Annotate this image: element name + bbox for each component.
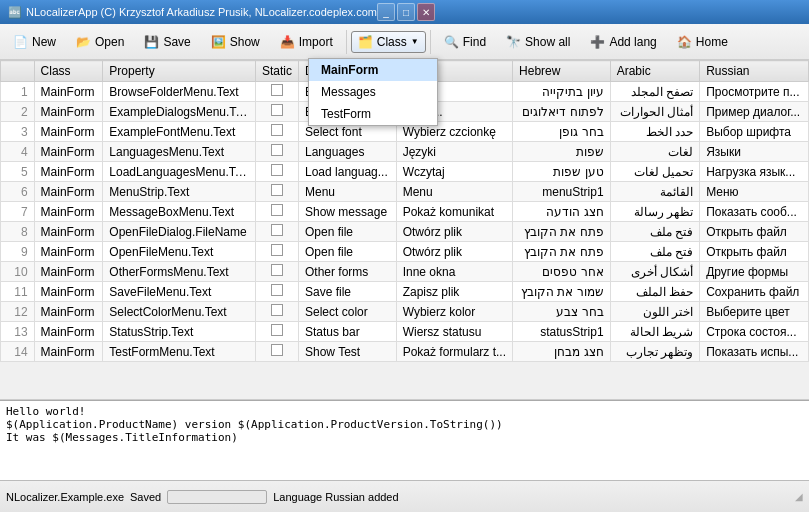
status-saved: Saved: [130, 491, 161, 503]
table-row[interactable]: 11MainFormSaveFileMenu.TextSave fileZapi…: [1, 282, 809, 302]
table-cell: MessageBoxMenu.Text: [103, 202, 256, 222]
table-cell: TestFormMenu.Text: [103, 342, 256, 362]
table-cell: Zapisz plik: [396, 282, 512, 302]
static-checkbox[interactable]: [271, 344, 283, 356]
class-menu-item-messages[interactable]: Messages: [309, 81, 437, 103]
col-header-property[interactable]: Property: [103, 61, 256, 82]
table-cell: Select color: [299, 302, 397, 322]
table-row[interactable]: 4MainFormLanguagesMenu.TextLanguagesJęzy…: [1, 142, 809, 162]
toolbar-separator-2: [430, 30, 431, 54]
close-button[interactable]: ✕: [417, 3, 435, 21]
table-row[interactable]: 12MainFormSelectColorMenu.TextSelect col…: [1, 302, 809, 322]
table-cell: اختر اللون: [610, 302, 700, 322]
table-cell: SaveFileMenu.Text: [103, 282, 256, 302]
resize-grip[interactable]: ◢: [795, 491, 803, 502]
table-cell: 10: [1, 262, 35, 282]
table-row[interactable]: 10MainFormOtherFormsMenu.TextOther forms…: [1, 262, 809, 282]
static-checkbox[interactable]: [271, 244, 283, 256]
table-cell: חצג הודעה: [513, 202, 611, 222]
table-cell: Просмотрите п...: [700, 82, 809, 102]
console-line-2: $(Application.ProductName) version $(App…: [6, 418, 803, 431]
table-row[interactable]: 8MainFormOpenFileDialog.FileNameOpen fil…: [1, 222, 809, 242]
console-line-1: Hello world!: [6, 405, 803, 418]
table-cell: شريط الحالة: [610, 322, 700, 342]
table-cell: LanguagesMenu.Text: [103, 142, 256, 162]
static-checkbox[interactable]: [271, 124, 283, 136]
table-cell: 3: [1, 122, 35, 142]
home-label: Home: [696, 35, 728, 49]
class-menu-item-testform[interactable]: TestForm: [309, 103, 437, 125]
save-button[interactable]: 💾 Save: [135, 31, 199, 53]
table-cell: أشكال أخرى: [610, 262, 700, 282]
static-checkbox[interactable]: [271, 224, 283, 236]
import-button[interactable]: 📥 Import: [271, 31, 342, 53]
table-row[interactable]: 6MainFormMenuStrip.TextMenuMenumenuStrip…: [1, 182, 809, 202]
home-button[interactable]: 🏠 Home: [668, 31, 737, 53]
col-header-static[interactable]: Static: [256, 61, 299, 82]
title-bar: 🔤 NLocalizerApp (C) Krzysztof Arkadiusz …: [0, 0, 809, 24]
title-text: NLocalizerApp (C) Krzysztof Arkadiusz Pr…: [26, 6, 377, 18]
table-cell: MainForm: [34, 142, 103, 162]
new-label: New: [32, 35, 56, 49]
table-cell: MainForm: [34, 82, 103, 102]
table-cell: Строка состоя...: [700, 322, 809, 342]
table-cell: 8: [1, 222, 35, 242]
table-row[interactable]: 9MainFormOpenFileMenu.TextOpen fileOtwór…: [1, 242, 809, 262]
table-cell: Нагрузка язык...: [700, 162, 809, 182]
new-button[interactable]: 📄 New: [4, 31, 65, 53]
table-cell: [256, 82, 299, 102]
static-checkbox[interactable]: [271, 144, 283, 156]
col-header-class[interactable]: [1, 61, 35, 82]
table-cell: Сохранить файл: [700, 282, 809, 302]
class-menu-item-mainform[interactable]: MainForm: [309, 59, 437, 81]
static-checkbox[interactable]: [271, 264, 283, 276]
table-cell: OpenFileDialog.FileName: [103, 222, 256, 242]
table-cell: Языки: [700, 142, 809, 162]
home-icon: 🏠: [677, 35, 692, 49]
class-dropdown-button[interactable]: 🗂️ Class ▼: [351, 31, 426, 53]
show-icon: 🖼️: [211, 35, 226, 49]
static-checkbox[interactable]: [271, 304, 283, 316]
static-checkbox[interactable]: [271, 204, 283, 216]
class-icon: 🗂️: [358, 35, 373, 49]
table-cell: Inne okna: [396, 262, 512, 282]
table-cell: Save file: [299, 282, 397, 302]
table-cell: [256, 162, 299, 182]
open-button[interactable]: 📂 Open: [67, 31, 133, 53]
status-message: Language Russian added: [273, 491, 398, 503]
col-header-russian[interactable]: Russian: [700, 61, 809, 82]
table-cell: MainForm: [34, 242, 103, 262]
col-header-arabic[interactable]: Arabic: [610, 61, 700, 82]
col-header-hebrew[interactable]: Hebrew: [513, 61, 611, 82]
table-cell: ExampleDialogsMenu.Text: [103, 102, 256, 122]
save-label: Save: [163, 35, 190, 49]
add-lang-button[interactable]: ➕ Add lang: [581, 31, 665, 53]
static-checkbox[interactable]: [271, 184, 283, 196]
table-cell: אחר טפסים: [513, 262, 611, 282]
find-button[interactable]: 🔍 Find: [435, 31, 495, 53]
static-checkbox[interactable]: [271, 164, 283, 176]
table-cell: Status bar: [299, 322, 397, 342]
show-button[interactable]: 🖼️ Show: [202, 31, 269, 53]
minimize-button[interactable]: _: [377, 3, 395, 21]
table-cell: Menu: [396, 182, 512, 202]
table-row[interactable]: 14MainFormTestFormMenu.TextShow TestPoka…: [1, 342, 809, 362]
maximize-button[interactable]: □: [397, 3, 415, 21]
table-cell: 5: [1, 162, 35, 182]
table-row[interactable]: 5MainFormLoadLanguagesMenu.TextLoad lang…: [1, 162, 809, 182]
static-checkbox[interactable]: [271, 324, 283, 336]
table-cell: Show message: [299, 202, 397, 222]
table-row[interactable]: 13MainFormStatusStrip.TextStatus barWier…: [1, 322, 809, 342]
add-lang-icon: ➕: [590, 35, 605, 49]
show-all-button[interactable]: 🔭 Show all: [497, 31, 579, 53]
static-checkbox[interactable]: [271, 84, 283, 96]
col-header-class-text[interactable]: Class: [34, 61, 103, 82]
table-row[interactable]: 7MainFormMessageBoxMenu.TextShow message…: [1, 202, 809, 222]
console-area[interactable]: Hello world! $(Application.ProductName) …: [0, 400, 809, 480]
static-checkbox[interactable]: [271, 284, 283, 296]
static-checkbox[interactable]: [271, 104, 283, 116]
table-cell: Języki: [396, 142, 512, 162]
table-cell: MainForm: [34, 322, 103, 342]
table-cell: 4: [1, 142, 35, 162]
save-icon: 💾: [144, 35, 159, 49]
